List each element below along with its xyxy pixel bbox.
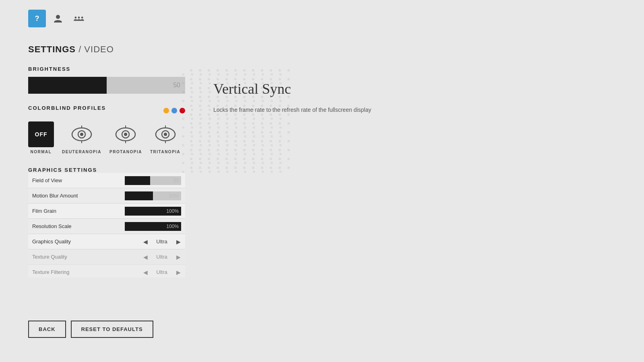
svg-point-210 <box>262 100 264 102</box>
settings-row[interactable]: Graphics Quality◀Ultra▶ <box>28 234 185 249</box>
svg-point-2 <box>56 15 60 19</box>
svg-point-115 <box>279 131 281 134</box>
svg-point-113 <box>261 131 263 134</box>
back-button[interactable]: BACK <box>28 321 66 338</box>
row-label: Field of View <box>28 177 125 183</box>
slider-bar[interactable]: 100% <box>125 207 181 216</box>
settings-row[interactable]: Resolution Scale100% <box>28 219 185 234</box>
slider-bar[interactable]: 50% <box>125 191 181 200</box>
off-button[interactable]: OFF <box>28 121 54 147</box>
row-control: 50% <box>125 191 185 200</box>
svg-point-127 <box>279 140 281 142</box>
content-area: SETTINGS / VIDEO BRIGHTNESS 50 COLORBLIN… <box>28 44 229 286</box>
svg-point-148 <box>252 158 254 160</box>
svg-point-27 <box>243 69 246 72</box>
svg-point-207 <box>235 100 237 102</box>
slider-value: 100% <box>166 208 179 214</box>
svg-point-258 <box>262 135 264 138</box>
svg-point-161 <box>261 167 263 169</box>
slider-fill <box>125 176 150 185</box>
svg-point-102 <box>270 122 272 125</box>
svg-point-269 <box>253 144 255 146</box>
svg-point-272 <box>279 144 282 146</box>
info-title: Vertical Sync <box>213 80 415 97</box>
row-label: Graphics Quality <box>28 239 141 245</box>
settings-row[interactable]: Texture Quality◀Ultra▶ <box>28 249 185 265</box>
svg-point-138 <box>270 149 272 151</box>
svg-point-140 <box>287 149 290 151</box>
arrow-left[interactable]: ◀ <box>141 253 150 261</box>
arrow-right[interactable]: ▶ <box>174 237 183 246</box>
group-icon[interactable] <box>70 10 88 27</box>
arrow-left[interactable]: ◀ <box>141 237 150 246</box>
svg-point-123 <box>243 140 246 142</box>
deuteranopia-icon[interactable] <box>69 121 95 147</box>
colorblind-tritanopia[interactable]: TRITANOPIA <box>150 121 180 154</box>
help-icon[interactable]: ? <box>28 10 46 27</box>
arrow-right[interactable]: ▶ <box>174 268 183 277</box>
svg-point-208 <box>244 100 246 102</box>
brightness-slider[interactable]: 50 <box>28 77 185 94</box>
svg-point-246 <box>262 126 264 129</box>
svg-point-171 <box>235 73 237 76</box>
arrow-right[interactable]: ▶ <box>174 253 183 261</box>
quality-value: Ultra <box>150 239 174 245</box>
settings-row[interactable]: Texture Filtering◀Ultra▶ <box>28 265 185 278</box>
colorblind-label: COLORBLIND PROFILES <box>28 105 106 111</box>
svg-point-280 <box>244 153 246 155</box>
slider-bar[interactable]: 100% <box>125 222 181 231</box>
svg-point-173 <box>253 73 255 76</box>
settings-row[interactable]: Film Grain100% <box>28 204 185 219</box>
row-control: ◀Ultra▶ <box>141 253 185 261</box>
svg-point-259 <box>270 135 273 138</box>
slider-bar[interactable]: 55 <box>125 176 181 185</box>
svg-point-158 <box>234 167 237 169</box>
svg-point-26 <box>234 69 237 72</box>
svg-point-149 <box>261 158 263 160</box>
profile-icon[interactable] <box>49 10 67 27</box>
settings-row[interactable]: Field of View55 <box>28 173 185 188</box>
colorblind-header: COLORBLIND PROFILES <box>28 105 185 116</box>
svg-point-270 <box>262 144 264 146</box>
svg-point-291 <box>235 162 237 164</box>
colorblind-off[interactable]: OFF NORMAL <box>28 121 54 154</box>
right-panel: Vertical Sync Locks the frame rate to th… <box>213 80 415 115</box>
tritanopia-icon[interactable] <box>153 121 178 147</box>
svg-point-139 <box>279 149 281 151</box>
svg-point-247 <box>270 126 273 129</box>
colorblind-deuteranopia[interactable]: DEUTERANOPIA <box>62 121 101 154</box>
svg-text:?: ? <box>35 14 39 23</box>
row-label: Texture Filtering <box>28 269 141 275</box>
svg-point-29 <box>261 69 263 72</box>
svg-point-307 <box>270 171 273 173</box>
svg-point-279 <box>235 153 237 155</box>
svg-point-283 <box>270 153 273 155</box>
brightness-track: 50 <box>28 77 185 94</box>
svg-point-104 <box>287 122 290 125</box>
title-bold: SETTINGS <box>28 44 76 54</box>
svg-point-175 <box>270 73 273 76</box>
row-label: Texture Quality <box>28 254 141 260</box>
svg-point-305 <box>253 171 255 173</box>
svg-point-206 <box>226 100 229 102</box>
bottom-buttons: BACK RESET TO DEFAULTS <box>28 321 153 338</box>
settings-row[interactable]: Motion Blur Amount50% <box>28 188 185 204</box>
svg-point-235 <box>270 117 273 120</box>
dot-red <box>180 108 185 113</box>
svg-point-256 <box>244 135 246 138</box>
reset-button[interactable]: RESET TO DEFAULTS <box>71 321 153 338</box>
svg-point-260 <box>279 135 282 138</box>
svg-point-4 <box>78 16 80 19</box>
svg-point-103 <box>279 122 281 125</box>
slider-value: 100% <box>166 224 179 229</box>
protanopia-icon[interactable] <box>113 121 138 147</box>
arrow-left[interactable]: ◀ <box>141 268 150 277</box>
svg-point-98 <box>234 122 237 125</box>
svg-point-295 <box>270 162 273 164</box>
brightness-label: BRIGHTNESS <box>28 66 229 72</box>
svg-point-150 <box>270 158 272 160</box>
colorblind-protanopia[interactable]: PROTANOPIA <box>109 121 142 154</box>
svg-point-293 <box>253 162 255 164</box>
row-label: Motion Blur Amount <box>28 193 125 199</box>
svg-point-296 <box>279 162 282 164</box>
